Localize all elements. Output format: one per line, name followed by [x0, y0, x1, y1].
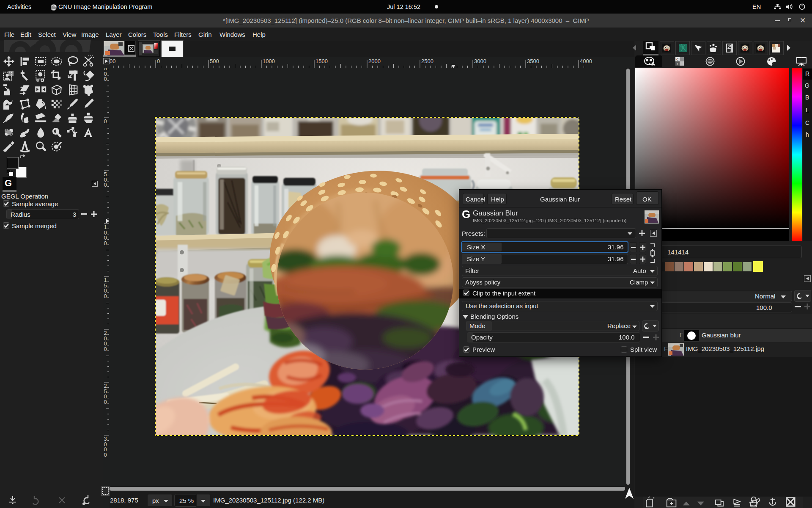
svg-text:0: 0: [104, 76, 107, 82]
svg-text:0: 0: [104, 240, 107, 246]
svg-text:0: 0: [104, 346, 107, 352]
svg-text:3000: 3000: [474, 58, 486, 64]
svg-text:00: 00: [110, 58, 115, 64]
svg-text:0: 0: [104, 452, 107, 458]
svg-text:2500: 2500: [421, 58, 433, 64]
svg-text:500: 500: [210, 58, 219, 64]
svg-text:0: 0: [104, 293, 107, 299]
svg-text:0: 0: [104, 399, 107, 405]
svg-text:3500: 3500: [527, 58, 539, 64]
svg-text:0: 0: [157, 58, 160, 64]
svg-text:Y: Y: [676, 62, 679, 66]
svg-text:0: 0: [104, 182, 107, 188]
svg-text:1500: 1500: [315, 58, 328, 64]
svg-text:1000: 1000: [263, 58, 275, 64]
svg-text:0: 0: [104, 118, 107, 124]
svg-text:C: C: [676, 58, 679, 61]
svg-text:2000: 2000: [368, 58, 381, 64]
svg-text:4000: 4000: [580, 58, 592, 64]
